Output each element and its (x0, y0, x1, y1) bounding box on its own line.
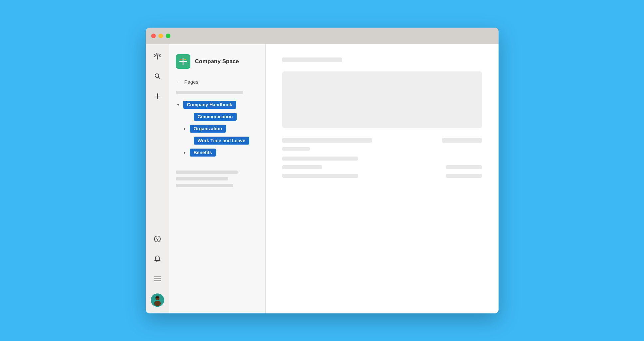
nav-skeleton-1 (176, 91, 243, 94)
window-body: ? (146, 44, 499, 313)
content-row-2 (282, 165, 482, 169)
content-skeleton-r3c2 (446, 174, 482, 178)
content-row-1 (282, 138, 482, 143)
app-window: ? (146, 28, 499, 313)
toggle-benefits[interactable]: ► (182, 150, 188, 155)
confluence-logo-icon[interactable] (152, 51, 163, 61)
benefits-label: Benefits (190, 149, 216, 157)
nav-skeleton-2 (176, 170, 238, 174)
toggle-handbook[interactable]: ▼ (176, 102, 181, 107)
toggle-organization[interactable]: ► (182, 126, 188, 131)
content-skeleton-medium (282, 157, 358, 161)
content-skeleton-r2c1 (282, 165, 322, 169)
svg-line-1 (158, 77, 160, 79)
content-skeleton-r3c1 (282, 174, 358, 178)
titlebar (146, 28, 499, 44)
icon-sidebar: ? (146, 44, 169, 313)
svg-point-20 (184, 63, 186, 64)
communication-label: Communication (194, 113, 237, 121)
tree-item-worktime[interactable]: Work Time and Leave (169, 135, 265, 147)
content-title-skeleton (282, 57, 342, 62)
content-skeleton-small (282, 147, 310, 151)
content-skeleton-r1c2 (442, 138, 482, 143)
svg-text:?: ? (156, 237, 158, 242)
worktime-label: Work Time and Leave (194, 137, 249, 145)
handbook-label: Company Handbook (183, 101, 236, 109)
user-avatar[interactable] (151, 293, 164, 307)
svg-point-13 (182, 60, 184, 62)
space-logo (176, 54, 190, 69)
notifications-icon[interactable] (152, 254, 163, 264)
tree-item-organization[interactable]: ► Organization (169, 123, 265, 135)
nav-panel: Company Space ← Pages ▼ Company Handbook (169, 44, 266, 313)
content-row-3 (282, 174, 482, 178)
menu-icon[interactable] (152, 274, 163, 284)
add-icon[interactable] (152, 91, 163, 101)
nav-skeleton-4 (176, 184, 233, 187)
content-skeleton-r1c1 (282, 138, 372, 143)
svg-point-19 (184, 59, 186, 60)
organization-label: Organization (190, 125, 226, 133)
toggle-worktime (186, 138, 192, 143)
pages-nav[interactable]: ← Pages (169, 75, 265, 88)
tree-section: ▼ Company Handbook Communication ► Organ… (169, 97, 265, 161)
svg-point-18 (180, 59, 182, 60)
space-header[interactable]: Company Space (169, 51, 265, 75)
content-hero-block (282, 71, 482, 128)
pages-label: Pages (184, 79, 199, 85)
back-arrow-icon: ← (176, 79, 181, 85)
toggle-communication (186, 114, 192, 119)
close-button[interactable] (151, 34, 156, 38)
tree-item-communication[interactable]: Communication (169, 111, 265, 123)
minimize-button[interactable] (158, 34, 163, 38)
tree-item-benefits[interactable]: ► Benefits (169, 147, 265, 159)
space-title: Company Space (195, 58, 239, 65)
nav-skeleton-3 (176, 177, 229, 180)
help-icon[interactable]: ? (152, 234, 163, 244)
content-skeleton-r2c2 (446, 165, 482, 169)
main-content (266, 44, 499, 313)
tree-item-handbook[interactable]: ▼ Company Handbook (169, 99, 265, 111)
maximize-button[interactable] (166, 34, 170, 38)
search-icon[interactable] (152, 71, 163, 81)
svg-point-11 (154, 301, 161, 306)
